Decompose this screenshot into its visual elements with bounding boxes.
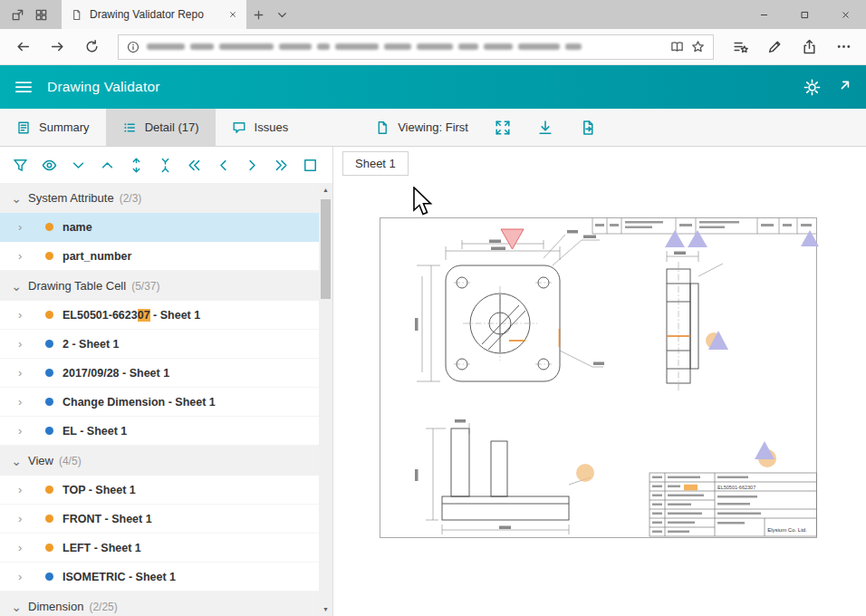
reading-view-icon[interactable] (670, 40, 684, 53)
status-dot-orange (45, 311, 53, 319)
tree-group-view[interactable]: ⌄View(4/5) (0, 446, 320, 476)
tree-group-dimension[interactable]: ⌄Dimension(2/25) (0, 592, 320, 616)
site-info-icon[interactable] (127, 41, 140, 53)
chevron-right-icon[interactable]: › (18, 249, 29, 263)
scroll-down-icon[interactable]: ▼ (319, 602, 332, 616)
maximize-button[interactable] (784, 0, 825, 29)
tree-item-front-sheet-1[interactable]: ›FRONT - Sheet 1 (0, 505, 320, 534)
content-area: ⌄System Attribute(2/3)›name›part_number⌄… (0, 147, 866, 616)
orange-highlight-marker[interactable] (684, 485, 698, 491)
viewer-toolbar: Viewing: First (375, 109, 596, 146)
chevron-right-icon[interactable]: › (18, 424, 29, 438)
address-url-blurred (147, 43, 663, 50)
tab-list-chevron-icon[interactable] (270, 0, 293, 29)
tree-item-name[interactable]: ›name (0, 213, 320, 242)
item-label: TOP - Sheet 1 (63, 484, 136, 496)
tree-scrollbar[interactable]: ▲ ▼ (319, 183, 332, 616)
open-external-icon[interactable] (835, 79, 852, 95)
chevron-right-icon[interactable]: › (18, 570, 29, 583)
minimize-button[interactable] (744, 0, 784, 29)
group-label: Dimension (28, 600, 83, 613)
app-tab-bar: Summary Detail (17) Issues Viewing: Firs… (0, 109, 866, 147)
fullscreen-expand-icon[interactable] (495, 120, 511, 136)
viewing-page-icon (375, 120, 390, 135)
viewing-label[interactable]: Viewing: First (398, 120, 468, 134)
first-item-icon[interactable] (187, 158, 202, 173)
tree-item-el-sheet-1[interactable]: ›EL - Sheet 1 (0, 417, 320, 446)
favorite-star-icon[interactable] (691, 40, 705, 53)
scroll-thumb[interactable] (321, 199, 331, 299)
share-icon[interactable] (792, 29, 826, 65)
web-notes-pen-icon[interactable] (757, 29, 792, 65)
collapse-all-icon[interactable] (158, 158, 173, 173)
tab-title: Drawing Validator Repo (90, 8, 221, 21)
new-tab-button[interactable] (246, 0, 270, 29)
tab-issues[interactable]: Issues (216, 109, 305, 146)
status-dot-blue (45, 427, 53, 435)
filter-icon[interactable] (13, 158, 28, 173)
tab-close-icon[interactable] (228, 10, 237, 19)
next-item-icon[interactable] (245, 158, 260, 173)
tree-item-isometric-sheet-1[interactable]: ›ISOMETRIC - Sheet 1 (0, 563, 320, 592)
chevron-right-icon[interactable]: › (18, 541, 29, 554)
scroll-up-icon[interactable]: ▲ (319, 183, 332, 197)
tab-summary[interactable]: Summary (0, 109, 106, 146)
tree-item-2017-09-28-sheet-1[interactable]: ›2017/09/28 - Sheet 1 (0, 359, 320, 388)
chevron-right-icon[interactable]: › (18, 395, 29, 409)
chevron-right-icon[interactable]: › (18, 337, 29, 351)
browser-tab[interactable]: Drawing Validator Repo (62, 0, 246, 29)
group-count: (5/37) (131, 280, 159, 293)
item-label: 2 - Sheet 1 (63, 338, 120, 351)
tree-item-2-sheet-1[interactable]: ›2 - Sheet 1 (0, 330, 320, 359)
chevron-right-icon[interactable]: › (18, 512, 29, 525)
chevron-down-icon: ⌄ (9, 601, 24, 613)
eye-icon[interactable] (42, 158, 57, 173)
last-item-icon[interactable] (274, 158, 289, 173)
forward-button[interactable] (40, 29, 74, 65)
set-tabs-aside-icon[interactable] (5, 0, 29, 29)
close-window-button[interactable] (825, 0, 866, 29)
hub-favorites-icon[interactable] (723, 29, 757, 65)
item-label: LEFT - Sheet 1 (63, 542, 141, 554)
tree-item-part-number[interactable]: ›part_number (0, 242, 320, 271)
tab-detail[interactable]: Detail (17) (106, 109, 216, 146)
tree-item-change-dimension-sheet-1[interactable]: ›Change Dimension - Sheet 1 (0, 388, 320, 417)
tree-item-top-sheet-1[interactable]: ›TOP - Sheet 1 (0, 476, 320, 505)
chevron-down-icon: ⌄ (9, 192, 24, 205)
text-highlight: 07 (138, 309, 150, 322)
refresh-button[interactable] (74, 29, 109, 65)
previous-item-icon[interactable] (216, 158, 231, 173)
status-dot-orange (45, 544, 53, 552)
tree-item-el50501-662307-sheet-1[interactable]: ›EL50501-662307 - Sheet 1 (0, 301, 320, 330)
chevron-down-icon[interactable] (71, 158, 86, 173)
expand-all-icon[interactable] (129, 158, 144, 173)
browser-nav-bar (0, 29, 866, 65)
sheet-tab[interactable]: Sheet 1 (342, 151, 409, 176)
chevron-right-icon[interactable]: › (18, 220, 29, 234)
select-box-icon[interactable] (303, 158, 318, 173)
title-block-company: Elysium Co. Ltd. (767, 527, 807, 533)
chevron-right-icon[interactable]: › (18, 366, 29, 380)
cad-drawing-canvas[interactable]: EL50501-662307 Elysium Co. Ltd. (375, 213, 823, 544)
export-report-icon[interactable] (580, 120, 596, 136)
chevron-up-icon[interactable] (100, 158, 115, 173)
settings-gear-icon[interactable] (803, 79, 821, 96)
tab-label: Detail (17) (145, 120, 199, 134)
browser-tab-bar: Drawing Validator Repo (0, 0, 866, 29)
back-button[interactable] (5, 29, 40, 65)
item-label: EL50501-662307 - Sheet 1 (63, 309, 200, 322)
tree-group-system-attribute[interactable]: ⌄System Attribute(2/3) (0, 183, 320, 213)
group-label: Drawing Table Cell (28, 279, 126, 293)
tab-preview-icon[interactable] (29, 0, 53, 29)
item-label: part_number (63, 250, 131, 263)
tree-item-left-sheet-1[interactable]: ›LEFT - Sheet 1 (0, 534, 320, 563)
chevron-right-icon[interactable]: › (18, 483, 29, 496)
drawing-viewer-panel: Sheet 1 (333, 147, 866, 616)
status-dot-orange (45, 223, 53, 231)
download-icon[interactable] (537, 120, 553, 136)
tree-group-drawing-table-cell[interactable]: ⌄Drawing Table Cell(5/37) (0, 271, 320, 301)
address-bar[interactable] (118, 34, 714, 60)
menu-hamburger-icon[interactable] (14, 78, 33, 96)
more-options-icon[interactable] (826, 29, 861, 65)
chevron-right-icon[interactable]: › (18, 308, 29, 322)
